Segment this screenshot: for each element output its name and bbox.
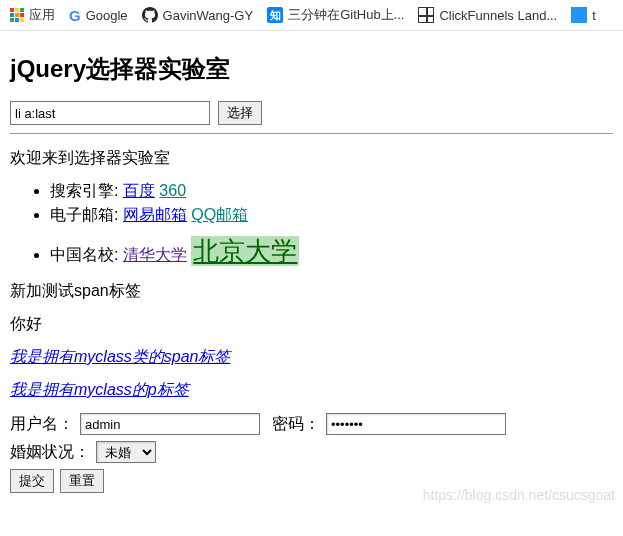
bookmark-gavin[interactable]: GavinWang-GY <box>142 7 254 23</box>
bookmark-clickfunnels[interactable]: ClickFunnels Land... <box>418 7 557 23</box>
bookmark-label: GavinWang-GY <box>163 8 254 23</box>
bookmark-label: 三分钟在GitHub上... <box>288 6 404 24</box>
zhi-icon: 知 <box>267 7 283 23</box>
list-label: 电子邮箱: <box>50 206 118 223</box>
link-pku[interactable]: 北京大学 <box>191 236 299 266</box>
submit-button[interactable]: 提交 <box>10 469 54 493</box>
page-content: jQuery选择器实验室 选择 欢迎来到选择器实验室 搜索引擎: 百度 360 … <box>0 31 623 507</box>
link-qq-mail[interactable]: QQ邮箱 <box>191 206 248 223</box>
bookmark-google[interactable]: G Google <box>69 7 128 24</box>
password-label: 密码： <box>272 414 320 435</box>
bookmark-label: ClickFunnels Land... <box>439 8 557 23</box>
link-tsinghua[interactable]: 清华大学 <box>123 246 187 263</box>
form-row-buttons: 提交 重置 <box>10 469 613 493</box>
marital-select[interactable]: 未婚 <box>96 441 156 463</box>
page-title: jQuery选择器实验室 <box>10 53 613 85</box>
list-item: 电子邮箱: 网易邮箱 QQ邮箱 <box>50 205 613 226</box>
bookmark-partial[interactable]: t <box>571 7 596 23</box>
google-icon: G <box>69 7 81 24</box>
selector-input[interactable] <box>10 101 210 125</box>
selector-row: 选择 <box>10 101 613 125</box>
list-label: 搜索引擎: <box>50 182 118 199</box>
password-input[interactable] <box>326 413 506 435</box>
github-icon <box>142 7 158 23</box>
myclass-span: 我是拥有myclass类的span标签 <box>10 347 613 368</box>
grid-icon <box>418 7 434 23</box>
list-label: 中国名校: <box>50 246 118 263</box>
form-row-credentials: 用户名： 密码： <box>10 413 613 435</box>
bookmarks-bar: 应用 G Google GavinWang-GY 知 三分钟在GitHub上..… <box>0 0 623 31</box>
hello-text: 你好 <box>10 314 613 335</box>
blue-square-icon <box>571 7 587 23</box>
apps-grid-icon <box>10 8 24 22</box>
username-label: 用户名： <box>10 414 74 435</box>
bookmark-label: t <box>592 8 596 23</box>
form-row-marital: 婚姻状况： 未婚 <box>10 441 613 463</box>
category-list: 搜索引擎: 百度 360 电子邮箱: 网易邮箱 QQ邮箱 中国名校: 清华大学 … <box>10 181 613 269</box>
link-baidu[interactable]: 百度 <box>123 182 155 199</box>
link-wangyi[interactable]: 网易邮箱 <box>123 206 187 223</box>
bookmark-label: Google <box>86 8 128 23</box>
span-test-text: 新加测试span标签 <box>10 281 613 302</box>
reset-button[interactable]: 重置 <box>60 469 104 493</box>
divider <box>10 133 613 134</box>
username-input[interactable] <box>80 413 260 435</box>
list-item: 中国名校: 清华大学 北京大学 <box>50 234 613 269</box>
list-item: 搜索引擎: 百度 360 <box>50 181 613 202</box>
welcome-text: 欢迎来到选择器实验室 <box>10 148 613 169</box>
select-button[interactable]: 选择 <box>218 101 262 125</box>
marital-label: 婚姻状况： <box>10 442 90 463</box>
bookmark-label: 应用 <box>29 6 55 24</box>
apps-button[interactable]: 应用 <box>10 6 55 24</box>
bookmark-github-cn[interactable]: 知 三分钟在GitHub上... <box>267 6 404 24</box>
myclass-p: 我是拥有myclass的p标签 <box>10 380 613 401</box>
link-360[interactable]: 360 <box>159 182 186 199</box>
